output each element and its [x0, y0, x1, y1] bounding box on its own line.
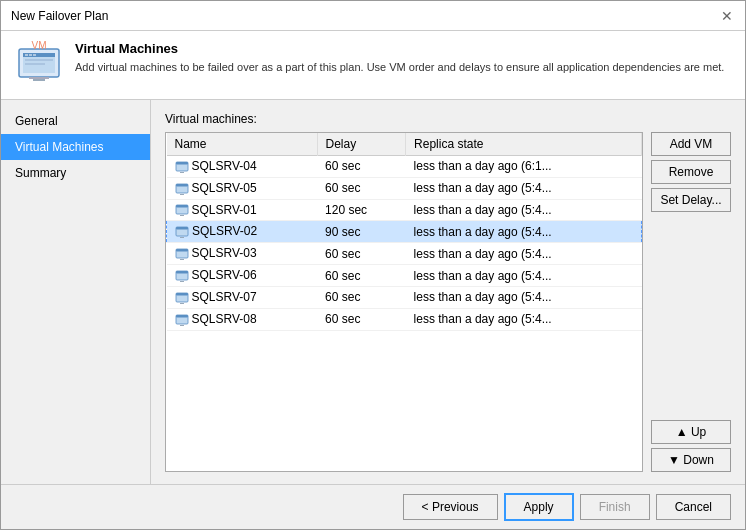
- table-row[interactable]: SQLSRV-0560 secless than a day ago (5:4.…: [167, 177, 642, 199]
- table-row[interactable]: SQLSRV-0360 secless than a day ago (5:4.…: [167, 243, 642, 265]
- vm-delay-cell: 60 sec: [317, 308, 406, 330]
- up-arrow-icon: ▲: [676, 425, 688, 439]
- add-vm-button[interactable]: Add VM: [651, 132, 731, 156]
- svg-rect-25: [180, 259, 184, 260]
- action-buttons: Add VM Remove Set Delay... ▲ Up ▼ Down: [651, 132, 731, 472]
- dialog-title: New Failover Plan: [11, 9, 108, 23]
- svg-rect-7: [25, 63, 45, 65]
- set-delay-button[interactable]: Set Delay...: [651, 188, 731, 212]
- vm-delay-cell: 60 sec: [317, 286, 406, 308]
- vm-name-cell: SQLSRV-04: [167, 156, 318, 178]
- svg-rect-28: [180, 281, 184, 282]
- sidebar-item-virtual-machines[interactable]: Virtual Machines: [1, 134, 150, 160]
- vm-delay-cell: 60 sec: [317, 243, 406, 265]
- footer: < Previous Apply Finish Cancel: [1, 484, 745, 529]
- remove-button[interactable]: Remove: [651, 160, 731, 184]
- dialog: New Failover Plan ✕ VM Virtual Machines: [0, 0, 746, 530]
- svg-rect-31: [180, 303, 184, 304]
- col-header-delay: Delay: [317, 133, 406, 156]
- vm-replica-cell: less than a day ago (5:4...: [406, 177, 642, 199]
- cancel-button[interactable]: Cancel: [656, 494, 731, 520]
- vm-name-text: SQLSRV-08: [192, 312, 257, 326]
- vm-row-icon: [175, 203, 192, 217]
- vm-replica-cell: less than a day ago (5:4...: [406, 308, 642, 330]
- svg-rect-21: [176, 227, 188, 230]
- sidebar: General Virtual Machines Summary: [1, 100, 151, 484]
- svg-rect-33: [176, 315, 188, 318]
- vm-replica-cell: less than a day ago (5:4...: [406, 243, 642, 265]
- title-bar: New Failover Plan ✕: [1, 1, 745, 31]
- down-button[interactable]: ▼ Down: [651, 448, 731, 472]
- vm-row-icon: [175, 290, 192, 304]
- vm-name-cell: SQLSRV-05: [167, 177, 318, 199]
- vm-replica-cell: less than a day ago (5:4...: [406, 265, 642, 287]
- sidebar-item-general[interactable]: General: [1, 108, 150, 134]
- vm-delay-cell: 60 sec: [317, 265, 406, 287]
- vm-name-cell: SQLSRV-02: [167, 221, 318, 243]
- vm-replica-cell: less than a day ago (5:4...: [406, 286, 642, 308]
- svg-rect-8: [33, 79, 45, 81]
- vm-replica-cell: less than a day ago (6:1...: [406, 156, 642, 178]
- vm-row-icon: [175, 181, 192, 195]
- finish-button[interactable]: Finish: [580, 494, 650, 520]
- vm-name-cell: SQLSRV-03: [167, 243, 318, 265]
- main-panel: Virtual machines: Name Delay Replica sta…: [151, 100, 745, 484]
- vm-row-icon: [175, 312, 192, 326]
- vm-name-text: SQLSRV-01: [192, 203, 257, 217]
- table-row[interactable]: SQLSRV-0660 secless than a day ago (5:4.…: [167, 265, 642, 287]
- col-header-name: Name: [167, 133, 318, 156]
- vm-replica-cell: less than a day ago (5:4...: [406, 221, 642, 243]
- vm-delay-cell: 60 sec: [317, 177, 406, 199]
- vm-icon-large: VM: [15, 41, 63, 89]
- sidebar-item-summary[interactable]: Summary: [1, 160, 150, 186]
- previous-button[interactable]: < Previous: [403, 494, 498, 520]
- vm-name-text: SQLSRV-03: [192, 246, 257, 260]
- vm-row-icon: [175, 159, 192, 173]
- vm-delay-cell: 120 sec: [317, 199, 406, 221]
- vm-replica-cell: less than a day ago (5:4...: [406, 199, 642, 221]
- table-row[interactable]: SQLSRV-0860 secless than a day ago (5:4.…: [167, 308, 642, 330]
- vm-table: Name Delay Replica state SQLSRV-0460 sec…: [166, 133, 642, 331]
- svg-rect-30: [176, 293, 188, 296]
- move-buttons: ▲ Up ▼ Down: [651, 420, 731, 472]
- svg-rect-15: [176, 184, 188, 187]
- svg-rect-3: [25, 55, 28, 56]
- vm-row-icon: [175, 268, 192, 282]
- close-button[interactable]: ✕: [719, 8, 735, 24]
- svg-rect-9: [29, 77, 49, 79]
- table-row[interactable]: SQLSRV-0460 secless than a day ago (6:1.…: [167, 156, 642, 178]
- table-row[interactable]: SQLSRV-0290 secless than a day ago (5:4.…: [167, 221, 642, 243]
- vm-name-cell: SQLSRV-06: [167, 265, 318, 287]
- col-header-replica: Replica state: [406, 133, 642, 156]
- vm-row-icon: [175, 224, 192, 238]
- header-description: Add virtual machines to be failed over a…: [75, 60, 724, 75]
- header-text: Virtual Machines Add virtual machines to…: [75, 41, 724, 75]
- vm-delay-cell: 60 sec: [317, 156, 406, 178]
- svg-rect-22: [180, 237, 184, 238]
- vm-table-area: Name Delay Replica state SQLSRV-0460 sec…: [165, 132, 731, 472]
- svg-rect-4: [29, 55, 32, 56]
- vm-section-label: Virtual machines:: [165, 112, 731, 126]
- svg-rect-13: [180, 172, 184, 173]
- vm-name-cell: SQLSRV-08: [167, 308, 318, 330]
- up-button[interactable]: ▲ Up: [651, 420, 731, 444]
- svg-rect-5: [33, 55, 36, 56]
- content-area: General Virtual Machines Summary Virtual…: [1, 100, 745, 484]
- vm-name-cell: SQLSRV-07: [167, 286, 318, 308]
- vm-name-text: SQLSRV-02: [192, 224, 257, 238]
- vm-name-text: SQLSRV-05: [192, 181, 257, 195]
- table-row[interactable]: SQLSRV-0760 secless than a day ago (5:4.…: [167, 286, 642, 308]
- table-row[interactable]: SQLSRV-01120 secless than a day ago (5:4…: [167, 199, 642, 221]
- svg-rect-27: [176, 271, 188, 274]
- vm-table-container[interactable]: Name Delay Replica state SQLSRV-0460 sec…: [165, 132, 643, 472]
- svg-rect-34: [180, 325, 184, 326]
- apply-button[interactable]: Apply: [504, 493, 574, 521]
- header-section: VM Virtual Machines Add virtual machines…: [1, 31, 745, 100]
- vm-delay-cell: 90 sec: [317, 221, 406, 243]
- header-title: Virtual Machines: [75, 41, 724, 56]
- svg-rect-24: [176, 249, 188, 252]
- vm-row-icon: [175, 246, 192, 260]
- vm-name-text: SQLSRV-04: [192, 159, 257, 173]
- svg-rect-16: [180, 194, 184, 195]
- vm-name-text: SQLSRV-06: [192, 268, 257, 282]
